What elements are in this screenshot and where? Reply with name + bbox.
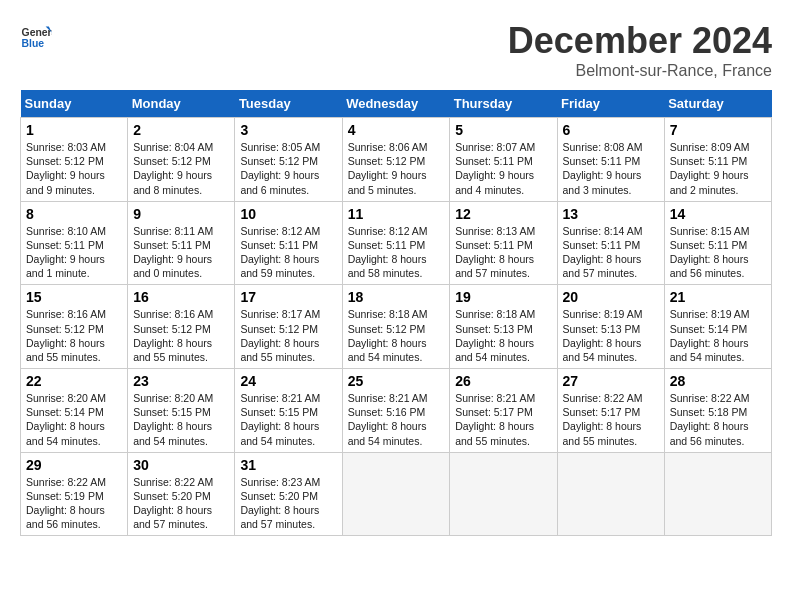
day-number: 24 (240, 373, 336, 389)
day-detail: Sunrise: 8:18 AMSunset: 5:12 PMDaylight:… (348, 308, 428, 363)
col-monday: Monday (128, 90, 235, 118)
table-row: 21 Sunrise: 8:19 AMSunset: 5:14 PMDaylig… (664, 285, 771, 369)
location: Belmont-sur-Rance, France (508, 62, 772, 80)
table-row: 16 Sunrise: 8:16 AMSunset: 5:12 PMDaylig… (128, 285, 235, 369)
svg-text:General: General (22, 27, 52, 38)
day-detail: Sunrise: 8:23 AMSunset: 5:20 PMDaylight:… (240, 476, 320, 531)
table-row: 11 Sunrise: 8:12 AMSunset: 5:11 PMDaylig… (342, 201, 450, 285)
table-row: 13 Sunrise: 8:14 AMSunset: 5:11 PMDaylig… (557, 201, 664, 285)
day-detail: Sunrise: 8:15 AMSunset: 5:11 PMDaylight:… (670, 225, 750, 280)
day-detail: Sunrise: 8:21 AMSunset: 5:15 PMDaylight:… (240, 392, 320, 447)
day-detail: Sunrise: 8:17 AMSunset: 5:12 PMDaylight:… (240, 308, 320, 363)
table-row (342, 452, 450, 536)
logo: General Blue (20, 20, 52, 52)
day-detail: Sunrise: 8:19 AMSunset: 5:13 PMDaylight:… (563, 308, 643, 363)
day-detail: Sunrise: 8:20 AMSunset: 5:15 PMDaylight:… (133, 392, 213, 447)
day-number: 1 (26, 122, 122, 138)
day-detail: Sunrise: 8:03 AMSunset: 5:12 PMDaylight:… (26, 141, 106, 196)
day-detail: Sunrise: 8:05 AMSunset: 5:12 PMDaylight:… (240, 141, 320, 196)
day-number: 20 (563, 289, 659, 305)
table-row: 5 Sunrise: 8:07 AMSunset: 5:11 PMDayligh… (450, 118, 557, 202)
table-row: 19 Sunrise: 8:18 AMSunset: 5:13 PMDaylig… (450, 285, 557, 369)
day-detail: Sunrise: 8:19 AMSunset: 5:14 PMDaylight:… (670, 308, 750, 363)
table-row: 28 Sunrise: 8:22 AMSunset: 5:18 PMDaylig… (664, 369, 771, 453)
day-detail: Sunrise: 8:11 AMSunset: 5:11 PMDaylight:… (133, 225, 213, 280)
day-number: 19 (455, 289, 551, 305)
calendar-table: Sunday Monday Tuesday Wednesday Thursday… (20, 90, 772, 536)
table-row: 22 Sunrise: 8:20 AMSunset: 5:14 PMDaylig… (21, 369, 128, 453)
day-number: 9 (133, 206, 229, 222)
table-row: 15 Sunrise: 8:16 AMSunset: 5:12 PMDaylig… (21, 285, 128, 369)
day-number: 18 (348, 289, 445, 305)
day-detail: Sunrise: 8:10 AMSunset: 5:11 PMDaylight:… (26, 225, 106, 280)
day-number: 25 (348, 373, 445, 389)
table-row: 27 Sunrise: 8:22 AMSunset: 5:17 PMDaylig… (557, 369, 664, 453)
day-number: 5 (455, 122, 551, 138)
table-row: 26 Sunrise: 8:21 AMSunset: 5:17 PMDaylig… (450, 369, 557, 453)
table-row: 8 Sunrise: 8:10 AMSunset: 5:11 PMDayligh… (21, 201, 128, 285)
calendar-row: 8 Sunrise: 8:10 AMSunset: 5:11 PMDayligh… (21, 201, 772, 285)
table-row: 12 Sunrise: 8:13 AMSunset: 5:11 PMDaylig… (450, 201, 557, 285)
col-wednesday: Wednesday (342, 90, 450, 118)
day-detail: Sunrise: 8:12 AMSunset: 5:11 PMDaylight:… (348, 225, 428, 280)
calendar-row: 29 Sunrise: 8:22 AMSunset: 5:19 PMDaylig… (21, 452, 772, 536)
day-number: 30 (133, 457, 229, 473)
table-row: 18 Sunrise: 8:18 AMSunset: 5:12 PMDaylig… (342, 285, 450, 369)
day-detail: Sunrise: 8:16 AMSunset: 5:12 PMDaylight:… (133, 308, 213, 363)
col-tuesday: Tuesday (235, 90, 342, 118)
day-number: 6 (563, 122, 659, 138)
calendar-row: 15 Sunrise: 8:16 AMSunset: 5:12 PMDaylig… (21, 285, 772, 369)
table-row (664, 452, 771, 536)
day-detail: Sunrise: 8:09 AMSunset: 5:11 PMDaylight:… (670, 141, 750, 196)
svg-text:Blue: Blue (22, 38, 45, 49)
day-detail: Sunrise: 8:07 AMSunset: 5:11 PMDaylight:… (455, 141, 535, 196)
day-detail: Sunrise: 8:06 AMSunset: 5:12 PMDaylight:… (348, 141, 428, 196)
table-row: 23 Sunrise: 8:20 AMSunset: 5:15 PMDaylig… (128, 369, 235, 453)
table-row: 10 Sunrise: 8:12 AMSunset: 5:11 PMDaylig… (235, 201, 342, 285)
day-number: 23 (133, 373, 229, 389)
day-number: 7 (670, 122, 766, 138)
day-number: 8 (26, 206, 122, 222)
day-number: 31 (240, 457, 336, 473)
header-row: Sunday Monday Tuesday Wednesday Thursday… (21, 90, 772, 118)
table-row: 24 Sunrise: 8:21 AMSunset: 5:15 PMDaylig… (235, 369, 342, 453)
col-sunday: Sunday (21, 90, 128, 118)
day-number: 16 (133, 289, 229, 305)
col-saturday: Saturday (664, 90, 771, 118)
table-row (450, 452, 557, 536)
table-row: 31 Sunrise: 8:23 AMSunset: 5:20 PMDaylig… (235, 452, 342, 536)
day-number: 22 (26, 373, 122, 389)
day-detail: Sunrise: 8:22 AMSunset: 5:20 PMDaylight:… (133, 476, 213, 531)
calendar-row: 1 Sunrise: 8:03 AMSunset: 5:12 PMDayligh… (21, 118, 772, 202)
day-detail: Sunrise: 8:22 AMSunset: 5:18 PMDaylight:… (670, 392, 750, 447)
day-detail: Sunrise: 8:08 AMSunset: 5:11 PMDaylight:… (563, 141, 643, 196)
day-number: 11 (348, 206, 445, 222)
day-number: 15 (26, 289, 122, 305)
day-number: 3 (240, 122, 336, 138)
day-number: 28 (670, 373, 766, 389)
table-row: 30 Sunrise: 8:22 AMSunset: 5:20 PMDaylig… (128, 452, 235, 536)
day-number: 13 (563, 206, 659, 222)
col-thursday: Thursday (450, 90, 557, 118)
month-title: December 2024 (508, 20, 772, 62)
table-row: 25 Sunrise: 8:21 AMSunset: 5:16 PMDaylig… (342, 369, 450, 453)
day-number: 26 (455, 373, 551, 389)
day-number: 21 (670, 289, 766, 305)
day-number: 2 (133, 122, 229, 138)
day-detail: Sunrise: 8:22 AMSunset: 5:17 PMDaylight:… (563, 392, 643, 447)
day-number: 4 (348, 122, 445, 138)
col-friday: Friday (557, 90, 664, 118)
day-detail: Sunrise: 8:12 AMSunset: 5:11 PMDaylight:… (240, 225, 320, 280)
day-detail: Sunrise: 8:18 AMSunset: 5:13 PMDaylight:… (455, 308, 535, 363)
day-number: 27 (563, 373, 659, 389)
calendar-row: 22 Sunrise: 8:20 AMSunset: 5:14 PMDaylig… (21, 369, 772, 453)
day-detail: Sunrise: 8:14 AMSunset: 5:11 PMDaylight:… (563, 225, 643, 280)
day-detail: Sunrise: 8:16 AMSunset: 5:12 PMDaylight:… (26, 308, 106, 363)
table-row: 6 Sunrise: 8:08 AMSunset: 5:11 PMDayligh… (557, 118, 664, 202)
table-row: 20 Sunrise: 8:19 AMSunset: 5:13 PMDaylig… (557, 285, 664, 369)
table-row: 17 Sunrise: 8:17 AMSunset: 5:12 PMDaylig… (235, 285, 342, 369)
table-row: 3 Sunrise: 8:05 AMSunset: 5:12 PMDayligh… (235, 118, 342, 202)
day-number: 14 (670, 206, 766, 222)
page-header: General Blue December 2024 Belmont-sur-R… (20, 20, 772, 80)
day-number: 10 (240, 206, 336, 222)
